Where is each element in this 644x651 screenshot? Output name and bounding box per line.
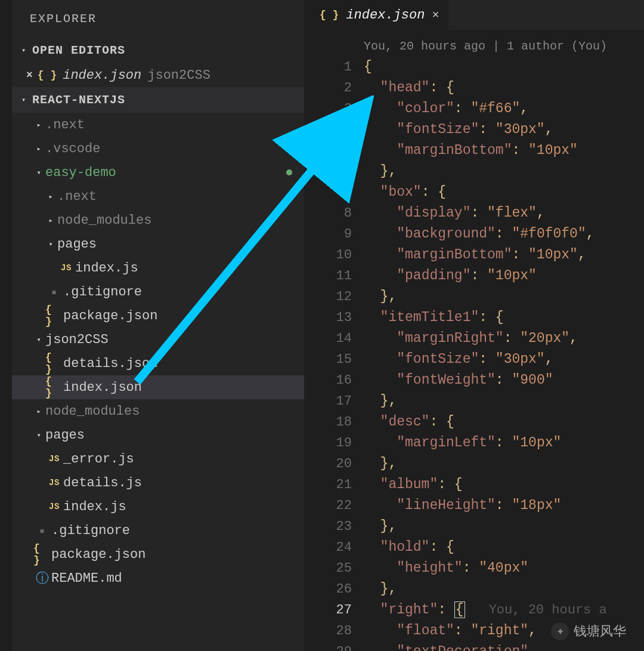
file-error-js[interactable]: JS_error.js [12, 447, 304, 471]
file-ed-package-json[interactable]: { }package.json [12, 304, 304, 328]
json-icon: { } [45, 375, 63, 399]
js-icon: JS [57, 263, 75, 273]
open-editor-folder: json2CSS [147, 68, 210, 83]
file-details-json[interactable]: { }details.json [12, 351, 304, 375]
code-content[interactable]: You, 20 hours ago | 1 author (You) { "he… [364, 36, 607, 651]
open-editor-filename: index.json [63, 68, 141, 83]
chevron-right-icon: ▸ [33, 121, 44, 129]
open-editor-item[interactable]: × { } index.json json2CSS [12, 63, 304, 87]
chevron-down-icon: ▾ [18, 46, 30, 55]
file-ed-gitignore[interactable]: ◆.gitignore [12, 280, 304, 304]
folder-node-modules[interactable]: ▸node_modules [12, 399, 304, 423]
file-package-json[interactable]: { }package.json [12, 542, 304, 566]
editor-pane: { } index.json × 12345678910111213141516… [310, 0, 644, 651]
tab-filename: index.json [346, 8, 425, 23]
file-tree: ▸.next ▸.vscode ▾easy-demo ▸.next ▸node_… [12, 113, 304, 590]
js-icon: JS [45, 478, 63, 488]
workspace-name: REACT-NEXTJS [32, 93, 125, 107]
code-lens[interactable]: You, 20 hours ago | 1 author (You) [364, 36, 607, 57]
chevron-down-icon: ▾ [18, 95, 30, 104]
folder-json2css[interactable]: ▾json2CSS [12, 328, 304, 351]
folder-ed-node-modules[interactable]: ▸node_modules [12, 208, 304, 232]
explorer-title: EXPLORER [12, 0, 304, 38]
file-index-json[interactable]: { }index.json [12, 375, 304, 399]
modified-dot-icon [286, 169, 292, 175]
chevron-right-icon: ▸ [33, 407, 44, 416]
json-icon: { } [320, 9, 339, 21]
explorer-sidebar: EXPLORER ▾ OPEN EDITORS × { } index.json… [12, 0, 304, 651]
folder-easy-demo[interactable]: ▾easy-demo [12, 161, 304, 184]
diamond-icon: ◆ [33, 526, 51, 536]
file-details-js[interactable]: JSdetails.js [12, 471, 304, 495]
watermark: ✦ 钱塘风华 [551, 622, 626, 640]
file-ed-index-js[interactable]: JSindex.js [12, 256, 304, 280]
chevron-down-icon: ▾ [45, 240, 56, 249]
file-readme[interactable]: ⓘREADME.md [12, 566, 304, 590]
watermark-text: 钱塘风华 [574, 622, 626, 640]
open-editors-header[interactable]: ▾ OPEN EDITORS [12, 38, 304, 63]
folder-ed-pages[interactable]: ▾pages [12, 232, 304, 256]
file-index-js[interactable]: JSindex.js [12, 495, 304, 519]
wechat-icon: ✦ [551, 622, 569, 640]
json-icon: { } [38, 69, 57, 81]
json-icon: { } [45, 304, 63, 328]
tab-bar: { } index.json × [310, 0, 644, 30]
info-icon: ⓘ [33, 569, 51, 587]
tab-index-json[interactable]: { } index.json × [310, 0, 449, 30]
diamond-icon: ◆ [45, 287, 63, 297]
chevron-right-icon: ▸ [45, 216, 56, 225]
chevron-right-icon: ▸ [45, 192, 56, 201]
js-icon: JS [45, 454, 63, 464]
folder-vscode[interactable]: ▸.vscode [12, 137, 304, 161]
open-editors-label: OPEN EDITORS [32, 44, 125, 57]
inline-blame: You, 20 hours a [489, 603, 607, 618]
chevron-down-icon: ▾ [33, 431, 44, 440]
workspace-header[interactable]: ▾ REACT-NEXTJS [12, 87, 304, 113]
js-icon: JS [45, 502, 63, 511]
chevron-down-icon: ▾ [33, 335, 44, 344]
file-gitignore[interactable]: ◆.gitignore [12, 519, 304, 542]
chevron-down-icon: ▾ [33, 168, 44, 177]
line-number-gutter: 1234567891011121314151617181920212223242… [310, 36, 364, 651]
folder-pages[interactable]: ▾pages [12, 423, 304, 447]
chevron-right-icon: ▸ [33, 144, 44, 153]
folder-ed-next[interactable]: ▸.next [12, 184, 304, 208]
json-icon: { } [45, 351, 63, 375]
json-icon: { } [33, 542, 51, 566]
code-area[interactable]: 1234567891011121314151617181920212223242… [310, 30, 644, 651]
close-icon[interactable]: × [26, 69, 33, 81]
folder-next[interactable]: ▸.next [12, 113, 304, 137]
close-icon[interactable]: × [432, 8, 439, 22]
